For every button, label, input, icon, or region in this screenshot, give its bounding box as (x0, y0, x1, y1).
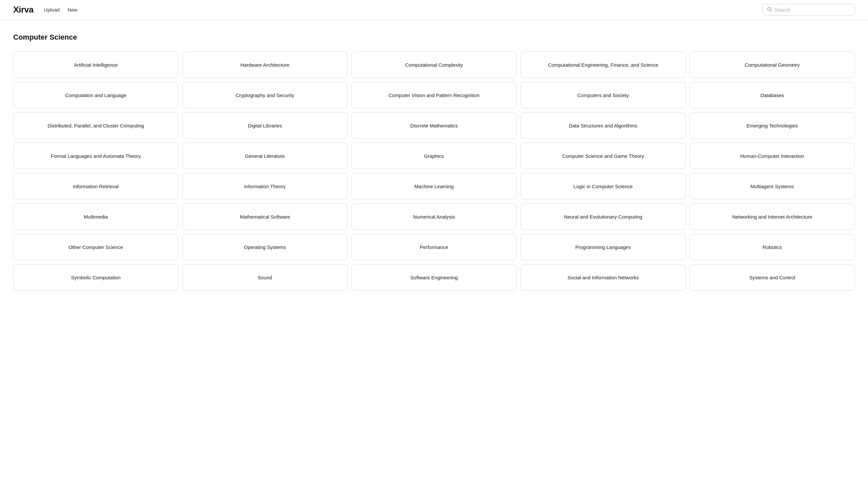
category-item[interactable]: Data Structures and Algorithms (521, 112, 686, 139)
category-item[interactable]: General Literature (182, 143, 347, 169)
category-item[interactable]: Programming Languages (521, 234, 686, 260)
search-icon (767, 7, 772, 12)
category-item[interactable]: Machine Learning (351, 173, 517, 199)
category-item[interactable]: Computer Science and Game Theory (521, 143, 686, 169)
category-item[interactable]: Sound (182, 264, 347, 291)
category-item[interactable]: Operating Systems (182, 234, 347, 260)
svg-line-1 (771, 10, 772, 11)
category-item[interactable]: Distributed, Parallel, and Cluster Compu… (13, 112, 178, 139)
category-item[interactable]: Computational Complexity (351, 52, 517, 78)
category-item[interactable]: Hardware Architecture (182, 52, 347, 78)
category-item[interactable]: Information Retrieval (13, 173, 178, 199)
category-item[interactable]: Discrete Mathematics (351, 112, 517, 139)
category-item[interactable]: Multiagent Systems (690, 173, 855, 199)
category-item[interactable]: Networking and Internet Architecture (690, 203, 855, 230)
category-item[interactable]: Databases (690, 82, 855, 108)
category-item[interactable]: Emerging Technologies (690, 112, 855, 139)
category-item[interactable]: Graphics (351, 143, 517, 169)
category-item[interactable]: Mathematical Software (182, 203, 347, 230)
category-item[interactable]: Logic in Computer Science (521, 173, 686, 199)
category-item[interactable]: Other Computer Science (13, 234, 178, 260)
category-item[interactable]: Computation and Language (13, 82, 178, 108)
category-item[interactable]: Computers and Society (521, 82, 686, 108)
category-item[interactable]: Digital Libraries (182, 112, 347, 139)
category-grid: Artificial IntelligenceHardware Architec… (13, 52, 855, 291)
category-item[interactable]: Robotics (690, 234, 855, 260)
category-item[interactable]: Performance (351, 234, 517, 260)
category-item[interactable]: Human-Computer Interaction (690, 143, 855, 169)
new-nav-link[interactable]: New (68, 7, 78, 12)
category-item[interactable]: Neural and Evolutionary Computing (521, 203, 686, 230)
category-item[interactable]: Information Theory (182, 173, 347, 199)
category-item[interactable]: Artificial Intelligence (13, 52, 178, 78)
category-item[interactable]: Social and Information Networks (521, 264, 686, 291)
category-item[interactable]: Software Engineering (351, 264, 517, 291)
category-item[interactable]: Formal Languages and Automata Theory (13, 143, 178, 169)
category-item[interactable]: Systems and Control (690, 264, 855, 291)
page-title: Computer Science (13, 33, 855, 42)
category-item[interactable]: Symbolic Computation (13, 264, 178, 291)
category-item[interactable]: Computer Vision and Pattern Recognition (351, 82, 517, 108)
search-input[interactable] (775, 7, 850, 12)
category-item[interactable]: Numerical Analysis (351, 203, 517, 230)
main-content: Computer Science Artificial Intelligence… (0, 20, 868, 311)
category-item[interactable]: Cryptography and Security (182, 82, 347, 108)
upload-nav-link[interactable]: Upload (44, 7, 60, 12)
search-box (762, 4, 855, 15)
header: Xirva Upload New (0, 0, 868, 20)
category-item[interactable]: Computational Engineering, Finance, and … (521, 52, 686, 78)
category-item[interactable]: Multimedia (13, 203, 178, 230)
logo: Xirva (13, 5, 33, 15)
category-item[interactable]: Computational Geometry (690, 52, 855, 78)
